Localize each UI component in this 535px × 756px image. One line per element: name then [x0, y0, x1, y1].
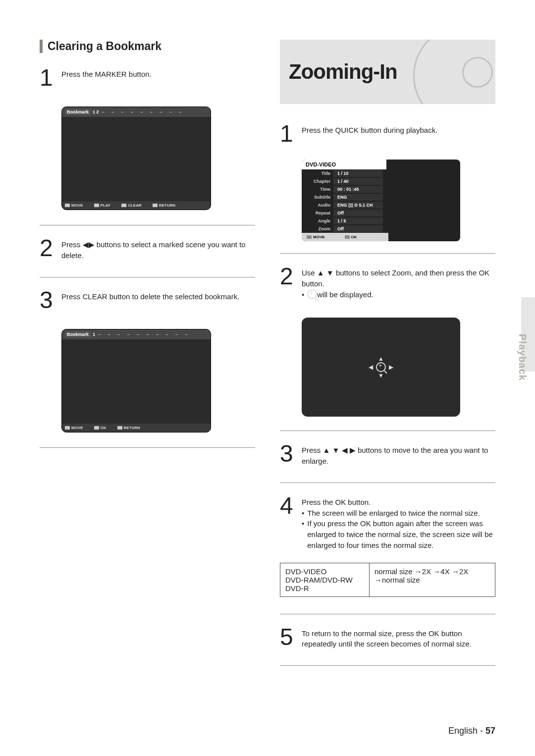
- step-text: Press CLEAR button to delete the selecte…: [61, 288, 255, 302]
- step-number: 4: [280, 494, 302, 518]
- osd-bookmark-1: Bookmark 1 2 – – – – – – – – – MOVE PLAY…: [61, 107, 211, 210]
- up-arrow-icon: ▲: [369, 355, 393, 362]
- right-step-4: 4 Press the OK button. The screen will b…: [280, 494, 495, 551]
- right-step-2: 2 Use ▲ ▼ buttons to select Zoom, and th…: [280, 265, 495, 302]
- panel-hint: MOVE: [307, 235, 325, 239]
- dvd-video-info-panel: DVD-VIDEO Title1 / 10 Chapter1 / 40 Time…: [302, 160, 460, 241]
- divider: [280, 253, 495, 254]
- disc-icon: [413, 40, 495, 104]
- step-text: Press the OK button. The screen will be …: [302, 494, 495, 551]
- step-number: 3: [280, 442, 302, 466]
- step-number: 2: [40, 236, 61, 260]
- osd-hint: RETURN: [153, 203, 175, 208]
- right-step-3: 3 Press ▲ ▼ ◀ ▶ buttons to move to the a…: [280, 442, 495, 467]
- divider: [280, 431, 495, 431]
- step-number: 2: [280, 265, 302, 288]
- left-right-arrow-icon: ◀▶: [83, 240, 95, 249]
- table-left-cell: DVD-VIDEO DVD-RAM/DVD-RW DVD-R: [280, 563, 370, 596]
- magnifier-plus-icon: [376, 362, 386, 372]
- step-text: To return to the normal size, press the …: [302, 625, 495, 650]
- divider: [40, 225, 255, 225]
- section-title-clearing-bookmark: Clearing a Bookmark: [40, 40, 255, 53]
- down-arrow-icon: ▼: [369, 372, 393, 379]
- footer-language: English -: [448, 726, 485, 736]
- step-text: Press ▲ ▼ ◀ ▶ buttons to move to the are…: [302, 442, 495, 467]
- step-text: Use ▲ ▼ buttons to select Zoom, and then…: [302, 265, 495, 302]
- step-number: 1: [280, 122, 302, 146]
- step-number: 1: [40, 66, 61, 90]
- step-text: Press the MARKER button.: [61, 66, 255, 80]
- right-step-1: 1 Press the QUICK button during playback…: [280, 122, 495, 146]
- up-down-left-right-arrow-icon: ▲ ▼ ◀ ▶: [323, 446, 356, 454]
- divider: [40, 447, 255, 448]
- osd-label: Bookmark: [65, 331, 91, 337]
- osd-label: Bookmark: [65, 109, 91, 115]
- divider: [280, 483, 495, 483]
- left-step-1: 1 Press the MARKER button.: [40, 66, 255, 90]
- osd-hint: MOVE: [65, 426, 83, 430]
- page-number: 57: [485, 726, 495, 736]
- divider: [280, 665, 495, 666]
- osd-hint: CLEAR: [121, 203, 142, 208]
- osd-empty-slots: – – – – – – – – –: [102, 109, 185, 114]
- table-right-cell: normal size →2X →4X →2X →normal size: [370, 563, 495, 596]
- banner-title: Zooming-In: [289, 60, 397, 84]
- osd-slots: 1 2: [93, 109, 99, 114]
- title-banner: Zooming-In: [280, 40, 495, 104]
- section-tab-playback: Playback: [521, 297, 535, 372]
- osd-hint: PLAY: [94, 203, 111, 208]
- step-number: 5: [280, 625, 302, 649]
- step-number: 3: [40, 288, 61, 312]
- up-down-arrow-icon: ▲ ▼: [317, 269, 334, 277]
- left-arrow-icon: ◀: [369, 364, 373, 371]
- osd-hint: RETURN: [117, 426, 140, 430]
- panel-title: DVD-VIDEO: [302, 160, 386, 169]
- divider: [40, 277, 255, 277]
- left-step-2: 2 Press ◀▶ buttons to select a marked sc…: [40, 236, 255, 261]
- right-arrow-icon: ▶: [389, 364, 393, 371]
- panel-hint: OK: [345, 235, 357, 239]
- right-step-5: 5 To return to the normal size, press th…: [280, 625, 495, 650]
- zoom-size-table: DVD-VIDEO DVD-RAM/DVD-RW DVD-R normal si…: [280, 563, 495, 597]
- zoom-illustration: ▲ ◀ ▶ ▼: [302, 318, 460, 417]
- osd-hint: MOVE: [65, 203, 83, 208]
- osd-hint: OK: [94, 426, 107, 430]
- page-footer: English - 57: [448, 726, 495, 736]
- step-text: Press the QUICK button during playback.: [302, 122, 495, 136]
- right-column: Zooming-In 1 Press the QUICK button duri…: [280, 40, 495, 736]
- osd-slots: 1: [93, 332, 95, 337]
- osd-empty-slots: – – – – – – – – – –: [98, 332, 191, 337]
- left-column: Clearing a Bookmark 1 Press the MARKER b…: [40, 40, 255, 736]
- step-text: Press ◀▶ buttons to select a marked scen…: [61, 236, 255, 261]
- osd-bookmark-2: Bookmark 1 – – – – – – – – – – MOVE OK R…: [61, 329, 211, 432]
- left-step-3: 3 Press CLEAR button to delete the selec…: [40, 288, 255, 312]
- divider: [280, 614, 495, 614]
- magnifier-icon: [307, 289, 317, 302]
